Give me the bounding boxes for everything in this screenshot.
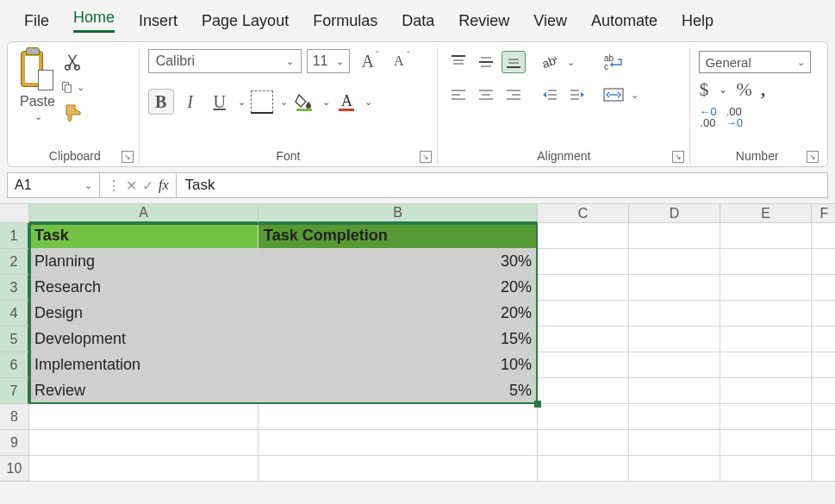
cell-f5[interactable] [812,327,835,352]
spreadsheet-grid[interactable]: A B C D E F 1 Task Task Completion 2 Pla… [0,203,835,482]
row-header-9[interactable]: 9 [0,430,29,456]
cell-d4[interactable] [629,301,720,327]
align-right-icon[interactable] [502,84,526,106]
cell-e7[interactable] [720,378,812,404]
alignment-launcher-icon[interactable]: ↘ [672,151,684,163]
cell-f4[interactable] [812,301,835,327]
decrease-decimal-icon[interactable]: .00→0 [726,106,743,128]
font-color-dropdown[interactable]: ⌄ [365,96,372,108]
row-header-4[interactable]: 4 [0,301,29,327]
menu-review[interactable]: Review [458,12,509,30]
format-painter-icon[interactable] [60,103,84,123]
enter-formula-icon[interactable]: ✓ [142,177,153,194]
underline-button[interactable]: U [207,89,233,115]
font-launcher-icon[interactable]: ↘ [420,151,432,163]
merge-center-icon[interactable] [601,84,626,106]
cell-d5[interactable] [629,327,720,352]
menu-data[interactable]: Data [402,12,434,30]
cell-d8[interactable] [629,404,720,430]
cell-b9[interactable] [259,430,538,456]
align-bottom-icon[interactable] [502,51,526,73]
underline-dropdown[interactable]: ⌄ [238,96,246,108]
copy-icon[interactable]: ⌄ [60,77,84,97]
cell-b5[interactable]: 15% [259,327,538,352]
number-launcher-icon[interactable]: ↘ [807,151,819,163]
decrease-indent-icon[interactable] [538,84,562,106]
font-name-select[interactable]: Calibri⌄ [148,49,302,73]
cell-c6[interactable] [538,352,629,378]
cell-a3[interactable]: Research [29,275,259,301]
cell-a9[interactable] [29,430,259,456]
cell-f6[interactable] [812,352,835,378]
select-all-corner[interactable] [0,204,29,223]
comma-format-icon[interactable]: , [761,78,766,101]
cell-d1[interactable] [629,223,720,249]
cell-c5[interactable] [538,327,629,352]
increase-font-icon[interactable]: Aˆ [355,49,381,73]
font-color-button[interactable]: A [333,89,359,115]
col-header-a[interactable]: A [29,204,259,223]
merge-dropdown[interactable]: ⌄ [631,90,639,101]
accounting-format-icon[interactable]: $ [699,78,708,101]
cell-e2[interactable] [720,249,812,275]
align-top-icon[interactable] [446,51,470,73]
borders-button[interactable] [249,89,275,115]
cell-f8[interactable] [812,404,835,430]
align-middle-icon[interactable] [474,51,498,73]
align-center-icon[interactable] [474,84,498,106]
borders-dropdown[interactable]: ⌄ [280,96,288,108]
col-header-e[interactable]: E [720,204,812,223]
font-size-select[interactable]: 11⌄ [307,49,350,73]
cell-d10[interactable] [629,456,720,482]
menu-insert[interactable]: Insert [139,12,178,30]
paste-dropdown[interactable]: ⌄ [34,111,42,122]
cell-b6[interactable]: 10% [259,352,538,378]
cell-b10[interactable] [259,456,538,482]
align-left-icon[interactable] [446,84,470,106]
row-header-3[interactable]: 3 [0,275,29,301]
col-header-c[interactable]: C [538,204,629,223]
row-header-8[interactable]: 8 [0,404,29,430]
cell-b1[interactable]: Task Completion [259,223,538,249]
cell-c2[interactable] [538,249,629,275]
cell-e4[interactable] [720,301,812,327]
cell-d3[interactable] [629,275,720,301]
cell-a2[interactable]: Planning [29,249,259,275]
row-header-1[interactable]: 1 [0,223,29,249]
clipboard-launcher-icon[interactable]: ↘ [122,151,134,163]
cell-d2[interactable] [629,249,720,275]
cell-f2[interactable] [812,249,835,275]
row-header-2[interactable]: 2 [0,249,29,275]
cell-a6[interactable]: Implementation [29,352,259,378]
increase-decimal-icon[interactable]: ←0.00 [699,106,716,128]
row-header-7[interactable]: 7 [0,378,29,404]
formula-options-icon[interactable]: ⋮ [107,177,121,194]
cell-a7[interactable]: Review [29,378,259,404]
orientation-icon[interactable]: ab [538,51,562,73]
cell-f1[interactable] [812,223,835,249]
cancel-formula-icon[interactable]: ✕ [126,177,137,194]
decrease-font-icon[interactable]: Aˇ [386,49,412,73]
cell-c4[interactable] [538,301,629,327]
cell-d6[interactable] [629,352,720,378]
cell-c7[interactable] [538,378,629,404]
number-format-select[interactable]: General⌄ [699,51,811,73]
wrap-text-icon[interactable]: abc [601,51,626,73]
row-header-10[interactable]: 10 [0,456,29,482]
cell-c10[interactable] [538,456,629,482]
cell-a10[interactable] [29,456,259,482]
name-box[interactable]: A1⌄ [7,172,100,198]
paste-button[interactable]: Paste [20,94,55,109]
cell-f7[interactable] [812,378,835,404]
cell-b3[interactable]: 20% [259,275,538,301]
cell-b4[interactable]: 20% [259,301,538,327]
cell-e10[interactable] [720,456,812,482]
cell-e1[interactable] [720,223,812,249]
menu-automate[interactable]: Automate [591,12,657,30]
cell-e9[interactable] [720,430,812,456]
cell-e6[interactable] [720,352,812,378]
cell-a4[interactable]: Design [29,301,259,327]
col-header-d[interactable]: D [629,204,720,223]
cell-c9[interactable] [538,430,629,456]
cell-d9[interactable] [629,430,720,456]
